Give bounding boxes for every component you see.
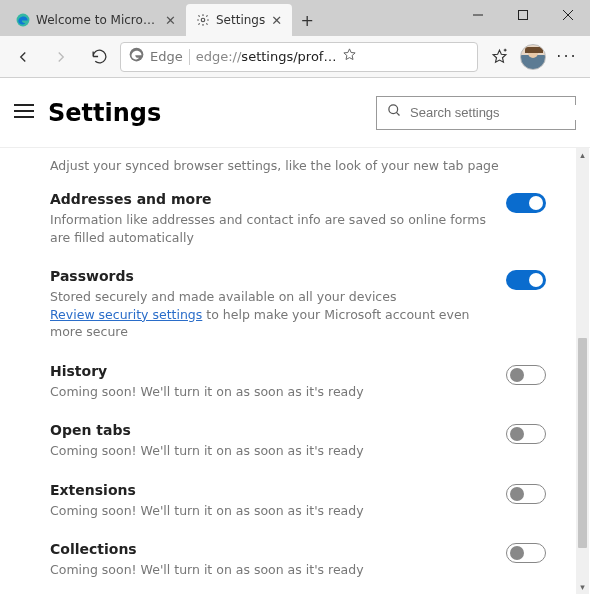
scroll-down-icon[interactable]: ▾ xyxy=(576,580,589,594)
close-icon[interactable]: ✕ xyxy=(165,13,176,28)
svg-rect-3 xyxy=(518,11,527,20)
window-controls xyxy=(455,0,590,30)
menu-icon[interactable] xyxy=(14,103,34,123)
maximize-button[interactable] xyxy=(500,0,545,30)
edge-logo-icon xyxy=(16,13,30,27)
toggle-extensions xyxy=(506,484,546,504)
setting-collections: Collections Coming soon! We'll turn it o… xyxy=(50,541,546,579)
review-security-link[interactable]: Review security settings xyxy=(50,307,202,322)
scrollbar-thumb[interactable] xyxy=(578,338,587,548)
new-tab-button[interactable]: + xyxy=(292,4,322,36)
back-button[interactable] xyxy=(6,40,40,74)
setting-desc: Coming soon! We'll turn it on as soon as… xyxy=(50,442,490,460)
setting-title: History xyxy=(50,363,490,379)
setting-title: Extensions xyxy=(50,482,490,498)
setting-history: History Coming soon! We'll turn it on as… xyxy=(50,363,546,401)
toggle-open-tabs xyxy=(506,424,546,444)
setting-addresses: Addresses and more Information like addr… xyxy=(50,191,546,246)
tab-title: Settings xyxy=(216,13,265,27)
setting-open-tabs: Open tabs Coming soon! We'll turn it on … xyxy=(50,422,546,460)
toggle-collections xyxy=(506,543,546,563)
favorites-button[interactable] xyxy=(482,40,516,74)
setting-passwords: Passwords Stored securely and made avail… xyxy=(50,268,546,341)
page-title: Settings xyxy=(48,99,362,127)
settings-scroll: Adjust your synced browser settings, lik… xyxy=(0,148,576,594)
address-bar[interactable]: Edge edge://settings/prof… xyxy=(120,42,478,72)
setting-extensions: Extensions Coming soon! We'll turn it on… xyxy=(50,482,546,520)
svg-point-1 xyxy=(201,18,205,22)
profile-avatar[interactable] xyxy=(520,44,546,70)
edge-badge-icon xyxy=(129,47,144,66)
toggle-passwords[interactable] xyxy=(506,270,546,290)
setting-title: Collections xyxy=(50,541,490,557)
address-source-label: Edge xyxy=(150,49,183,64)
content-area: Adjust your synced browser settings, lik… xyxy=(0,148,590,594)
settings-header: Settings xyxy=(0,78,590,148)
favorite-star-icon[interactable] xyxy=(342,47,357,66)
toggle-addresses[interactable] xyxy=(506,193,546,213)
tab-title: Welcome to Microsof… xyxy=(36,13,159,27)
tab-welcome[interactable]: Welcome to Microsof… ✕ xyxy=(6,4,186,36)
setting-desc: Coming soon! We'll turn it on as soon as… xyxy=(50,502,490,520)
svg-line-13 xyxy=(396,112,399,115)
sync-description: Adjust your synced browser settings, lik… xyxy=(50,158,546,173)
tab-strip: Welcome to Microsof… ✕ Settings ✕ + xyxy=(0,0,455,36)
close-window-button[interactable] xyxy=(545,0,590,30)
address-url: edge://settings/prof… xyxy=(196,49,337,64)
browser-toolbar: Edge edge://settings/prof… ··· xyxy=(0,36,590,78)
search-settings-box[interactable] xyxy=(376,96,576,130)
refresh-button[interactable] xyxy=(82,40,116,74)
window-titlebar: Welcome to Microsof… ✕ Settings ✕ + xyxy=(0,0,590,36)
gear-icon xyxy=(196,13,210,27)
search-icon xyxy=(387,103,402,122)
more-menu-button[interactable]: ··· xyxy=(550,40,584,74)
toggle-history xyxy=(506,365,546,385)
divider xyxy=(189,49,190,65)
setting-desc: Coming soon! We'll turn it on as soon as… xyxy=(50,561,490,579)
scroll-up-icon[interactable]: ▴ xyxy=(576,148,589,162)
close-icon[interactable]: ✕ xyxy=(271,13,282,28)
minimize-button[interactable] xyxy=(455,0,500,30)
forward-button[interactable] xyxy=(44,40,78,74)
setting-title: Passwords xyxy=(50,268,490,284)
setting-title: Open tabs xyxy=(50,422,490,438)
setting-desc: Stored securely and made available on al… xyxy=(50,288,490,341)
svg-point-12 xyxy=(389,105,398,114)
scrollbar[interactable]: ▴ ▾ xyxy=(576,148,589,594)
setting-desc: Information like addresses and contact i… xyxy=(50,211,490,246)
tab-settings[interactable]: Settings ✕ xyxy=(186,4,292,36)
setting-desc: Coming soon! We'll turn it on as soon as… xyxy=(50,383,490,401)
search-input[interactable] xyxy=(410,105,578,120)
setting-title: Addresses and more xyxy=(50,191,490,207)
